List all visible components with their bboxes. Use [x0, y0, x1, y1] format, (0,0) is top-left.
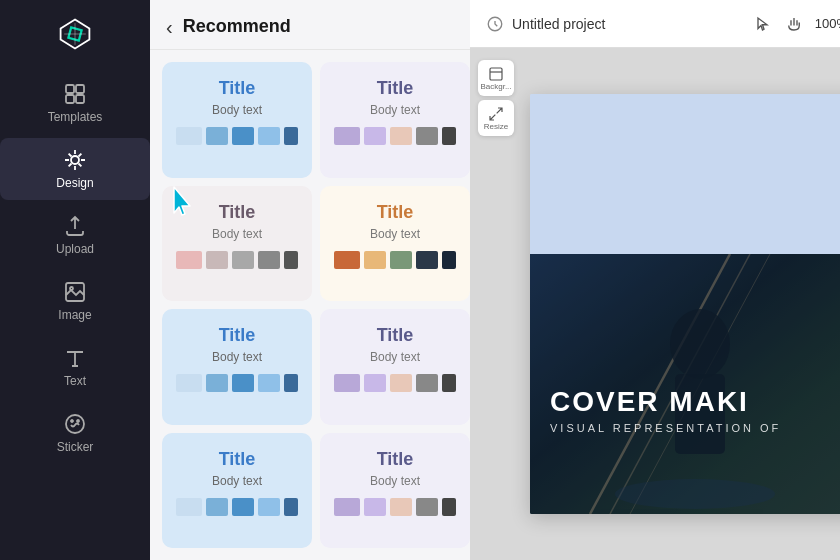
zoom-level: 100%: [815, 16, 840, 31]
swatch-5: [284, 498, 298, 516]
canvas-topbar: Untitled project 100%: [470, 0, 840, 48]
swatch-3: [232, 127, 254, 145]
resize-icon: [487, 106, 505, 122]
sidebar-item-upload[interactable]: Upload: [0, 204, 150, 266]
swatch-2: [206, 498, 228, 516]
topbar-right: 100%: [755, 15, 840, 33]
cover-main-text: COVER MAKI: [550, 387, 840, 418]
swatch-4: [258, 127, 280, 145]
template-card-6-body: Body text: [370, 350, 420, 364]
canvas-photo-section: COVER MAKI VISUAL REPRESENTATION OF: [530, 254, 840, 514]
cover-text: COVER MAKI VISUAL REPRESENTATION OF: [550, 387, 840, 434]
template-card-8-body: Body text: [370, 474, 420, 488]
template-card-7-title: Title: [219, 449, 256, 470]
svg-rect-3: [76, 95, 84, 103]
swatch-2: [364, 251, 386, 269]
template-card-3-swatches: [176, 251, 298, 269]
swatch-1: [334, 498, 360, 516]
sidebar-item-templates[interactable]: Templates: [0, 72, 150, 134]
photo-overlay: [530, 254, 840, 514]
template-card-4-title: Title: [377, 202, 414, 223]
template-card-6-swatches: [334, 374, 456, 392]
background-tool-button[interactable]: Backgr...: [478, 60, 514, 96]
swatch-4: [416, 498, 438, 516]
swatch-2: [206, 374, 228, 392]
template-card-7-swatches: [176, 498, 298, 516]
sidebar-item-image[interactable]: Image: [0, 270, 150, 332]
sidebar-item-sticker-label: Sticker: [57, 440, 94, 454]
template-card-2-swatches: [334, 127, 456, 145]
panel-header: ‹ Recommend: [150, 0, 470, 50]
template-card-8[interactable]: TitleBody text: [320, 433, 470, 549]
swatch-3: [232, 374, 254, 392]
sidebar-item-sticker[interactable]: Sticker: [0, 402, 150, 464]
swatch-1: [176, 251, 202, 269]
template-card-8-title: Title: [377, 449, 414, 470]
template-card-1-body: Body text: [212, 103, 262, 117]
swatch-1: [176, 498, 202, 516]
svg-rect-2: [76, 85, 84, 93]
swatch-5: [442, 251, 456, 269]
swatch-1: [334, 251, 360, 269]
cover-sub-text: VISUAL REPRESENTATION OF: [550, 422, 840, 434]
templates-grid: TitleBody textTitleBody textTitleBody te…: [150, 50, 470, 560]
swatch-1: [176, 374, 202, 392]
sidebar-item-text[interactable]: Text: [0, 336, 150, 398]
sidebar-item-design-label: Design: [56, 176, 93, 190]
template-card-5[interactable]: TitleBody text: [162, 309, 312, 425]
swatch-1: [334, 374, 360, 392]
swatch-2: [364, 127, 386, 145]
template-card-5-swatches: [176, 374, 298, 392]
sidebar-item-design[interactable]: Design: [0, 138, 150, 200]
svg-point-9: [77, 420, 79, 422]
swatch-4: [416, 127, 438, 145]
cursor-tool-icon[interactable]: [755, 15, 773, 33]
back-button[interactable]: ‹: [166, 17, 173, 37]
app-logo: [57, 16, 93, 52]
swatch-5: [284, 127, 298, 145]
swatch-4: [258, 251, 280, 269]
template-card-3[interactable]: TitleBody text: [162, 186, 312, 302]
swatch-3: [390, 498, 412, 516]
canvas-document: COVER MAKI VISUAL REPRESENTATION OF: [530, 94, 840, 514]
template-card-5-title: Title: [219, 325, 256, 346]
project-title: Untitled project: [512, 16, 605, 32]
project-icon: [486, 15, 504, 33]
template-card-1-title: Title: [219, 78, 256, 99]
template-card-2[interactable]: TitleBody text: [320, 62, 470, 178]
canvas-tools: Backgr... Resize: [478, 60, 514, 136]
recommend-panel: ‹ Recommend TitleBody textTitleBody text…: [150, 0, 470, 560]
panel-title: Recommend: [183, 16, 291, 37]
swatch-2: [364, 374, 386, 392]
swatch-3: [232, 251, 254, 269]
hand-tool-icon[interactable]: [785, 15, 803, 33]
resize-tool-button[interactable]: Resize: [478, 100, 514, 136]
zoom-control[interactable]: 100%: [815, 16, 840, 31]
sidebar-item-image-label: Image: [58, 308, 91, 322]
swatch-3: [390, 127, 412, 145]
template-card-8-swatches: [334, 498, 456, 516]
template-card-7[interactable]: TitleBody text: [162, 433, 312, 549]
template-card-6[interactable]: TitleBody text: [320, 309, 470, 425]
svg-point-8: [71, 420, 73, 422]
sidebar-item-upload-label: Upload: [56, 242, 94, 256]
swatch-5: [284, 251, 298, 269]
template-card-1[interactable]: TitleBody text: [162, 62, 312, 178]
swatch-4: [416, 251, 438, 269]
template-card-2-body: Body text: [370, 103, 420, 117]
swatch-1: [176, 127, 202, 145]
svg-rect-11: [490, 68, 502, 80]
svg-point-4: [71, 156, 79, 164]
template-card-4[interactable]: TitleBody text: [320, 186, 470, 302]
swatch-2: [364, 498, 386, 516]
canvas-top-bg: [530, 94, 840, 254]
svg-rect-1: [66, 95, 74, 103]
resize-tool-label: Resize: [484, 123, 508, 131]
canvas-workspace: COVER MAKI VISUAL REPRESENTATION OF: [470, 48, 840, 560]
template-card-4-body: Body text: [370, 227, 420, 241]
sidebar-item-templates-label: Templates: [48, 110, 103, 124]
template-card-7-body: Body text: [212, 474, 262, 488]
swatch-5: [284, 374, 298, 392]
swatch-2: [206, 127, 228, 145]
swatch-3: [390, 251, 412, 269]
